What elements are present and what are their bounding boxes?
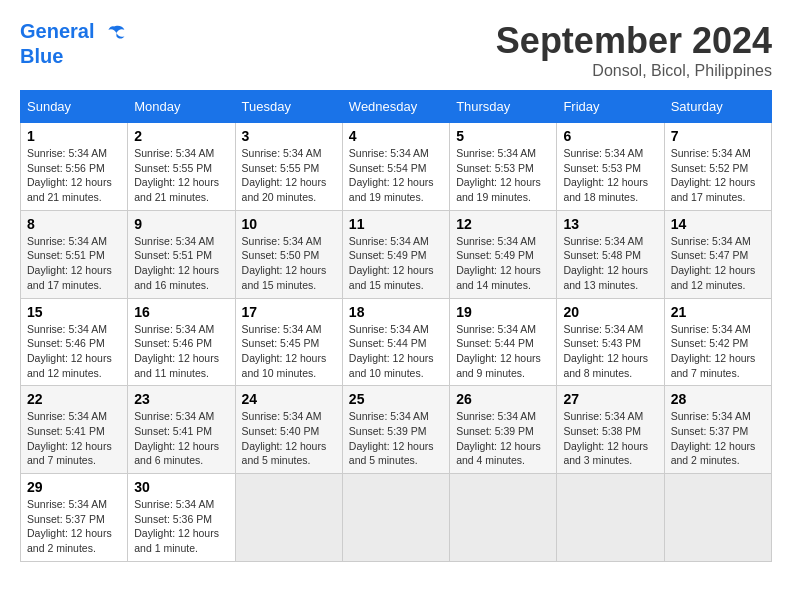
logo-bird-icon — [102, 21, 126, 45]
column-header-saturday: Saturday — [664, 91, 771, 123]
day-number: 23 — [134, 391, 228, 407]
day-info: Sunrise: 5:34 AM Sunset: 5:51 PM Dayligh… — [134, 234, 228, 293]
day-info: Sunrise: 5:34 AM Sunset: 5:55 PM Dayligh… — [134, 146, 228, 205]
calendar-day: 14 Sunrise: 5:34 AM Sunset: 5:47 PM Dayl… — [664, 210, 771, 298]
day-number: 30 — [134, 479, 228, 495]
calendar-week-1: 1 Sunrise: 5:34 AM Sunset: 5:56 PM Dayli… — [21, 123, 772, 211]
day-info: Sunrise: 5:34 AM Sunset: 5:42 PM Dayligh… — [671, 322, 765, 381]
day-number: 4 — [349, 128, 443, 144]
calendar-week-3: 15 Sunrise: 5:34 AM Sunset: 5:46 PM Dayl… — [21, 298, 772, 386]
day-info: Sunrise: 5:34 AM Sunset: 5:36 PM Dayligh… — [134, 497, 228, 556]
day-number: 7 — [671, 128, 765, 144]
page-header: General Blue September 2024 Donsol, Bico… — [20, 20, 772, 80]
calendar-day: 1 Sunrise: 5:34 AM Sunset: 5:56 PM Dayli… — [21, 123, 128, 211]
day-info: Sunrise: 5:34 AM Sunset: 5:44 PM Dayligh… — [456, 322, 550, 381]
day-number: 17 — [242, 304, 336, 320]
day-number: 19 — [456, 304, 550, 320]
logo: General Blue — [20, 20, 126, 67]
day-info: Sunrise: 5:34 AM Sunset: 5:54 PM Dayligh… — [349, 146, 443, 205]
day-number: 27 — [563, 391, 657, 407]
calendar-day: 30 Sunrise: 5:34 AM Sunset: 5:36 PM Dayl… — [128, 474, 235, 562]
day-number: 10 — [242, 216, 336, 232]
location-subtitle: Donsol, Bicol, Philippines — [496, 62, 772, 80]
calendar-day: 7 Sunrise: 5:34 AM Sunset: 5:52 PM Dayli… — [664, 123, 771, 211]
day-info: Sunrise: 5:34 AM Sunset: 5:51 PM Dayligh… — [27, 234, 121, 293]
column-header-tuesday: Tuesday — [235, 91, 342, 123]
calendar-day: 15 Sunrise: 5:34 AM Sunset: 5:46 PM Dayl… — [21, 298, 128, 386]
day-info: Sunrise: 5:34 AM Sunset: 5:41 PM Dayligh… — [27, 409, 121, 468]
day-info: Sunrise: 5:34 AM Sunset: 5:44 PM Dayligh… — [349, 322, 443, 381]
day-number: 29 — [27, 479, 121, 495]
calendar-day — [342, 474, 449, 562]
logo-blue: Blue — [20, 45, 126, 67]
day-number: 5 — [456, 128, 550, 144]
logo-general: General — [20, 20, 94, 42]
day-number: 12 — [456, 216, 550, 232]
day-info: Sunrise: 5:34 AM Sunset: 5:40 PM Dayligh… — [242, 409, 336, 468]
day-info: Sunrise: 5:34 AM Sunset: 5:48 PM Dayligh… — [563, 234, 657, 293]
calendar-day: 9 Sunrise: 5:34 AM Sunset: 5:51 PM Dayli… — [128, 210, 235, 298]
day-number: 14 — [671, 216, 765, 232]
day-number: 20 — [563, 304, 657, 320]
day-info: Sunrise: 5:34 AM Sunset: 5:39 PM Dayligh… — [349, 409, 443, 468]
day-number: 3 — [242, 128, 336, 144]
day-info: Sunrise: 5:34 AM Sunset: 5:39 PM Dayligh… — [456, 409, 550, 468]
calendar-day: 2 Sunrise: 5:34 AM Sunset: 5:55 PM Dayli… — [128, 123, 235, 211]
day-number: 22 — [27, 391, 121, 407]
day-info: Sunrise: 5:34 AM Sunset: 5:49 PM Dayligh… — [456, 234, 550, 293]
calendar-day: 8 Sunrise: 5:34 AM Sunset: 5:51 PM Dayli… — [21, 210, 128, 298]
calendar-day: 21 Sunrise: 5:34 AM Sunset: 5:42 PM Dayl… — [664, 298, 771, 386]
calendar-header-row: SundayMondayTuesdayWednesdayThursdayFrid… — [21, 91, 772, 123]
day-number: 2 — [134, 128, 228, 144]
calendar-day — [557, 474, 664, 562]
day-number: 16 — [134, 304, 228, 320]
column-header-thursday: Thursday — [450, 91, 557, 123]
day-info: Sunrise: 5:34 AM Sunset: 5:38 PM Dayligh… — [563, 409, 657, 468]
day-number: 24 — [242, 391, 336, 407]
calendar-week-4: 22 Sunrise: 5:34 AM Sunset: 5:41 PM Dayl… — [21, 386, 772, 474]
day-info: Sunrise: 5:34 AM Sunset: 5:53 PM Dayligh… — [563, 146, 657, 205]
day-number: 26 — [456, 391, 550, 407]
calendar-day: 17 Sunrise: 5:34 AM Sunset: 5:45 PM Dayl… — [235, 298, 342, 386]
calendar-day: 4 Sunrise: 5:34 AM Sunset: 5:54 PM Dayli… — [342, 123, 449, 211]
column-header-monday: Monday — [128, 91, 235, 123]
calendar-day — [450, 474, 557, 562]
day-info: Sunrise: 5:34 AM Sunset: 5:45 PM Dayligh… — [242, 322, 336, 381]
title-area: September 2024 Donsol, Bicol, Philippine… — [496, 20, 772, 80]
day-number: 15 — [27, 304, 121, 320]
calendar-day: 26 Sunrise: 5:34 AM Sunset: 5:39 PM Dayl… — [450, 386, 557, 474]
calendar-day: 5 Sunrise: 5:34 AM Sunset: 5:53 PM Dayli… — [450, 123, 557, 211]
calendar-day — [235, 474, 342, 562]
day-info: Sunrise: 5:34 AM Sunset: 5:52 PM Dayligh… — [671, 146, 765, 205]
calendar-day: 28 Sunrise: 5:34 AM Sunset: 5:37 PM Dayl… — [664, 386, 771, 474]
calendar-table: SundayMondayTuesdayWednesdayThursdayFrid… — [20, 90, 772, 562]
day-number: 1 — [27, 128, 121, 144]
calendar-day: 27 Sunrise: 5:34 AM Sunset: 5:38 PM Dayl… — [557, 386, 664, 474]
day-info: Sunrise: 5:34 AM Sunset: 5:41 PM Dayligh… — [134, 409, 228, 468]
day-info: Sunrise: 5:34 AM Sunset: 5:47 PM Dayligh… — [671, 234, 765, 293]
day-number: 9 — [134, 216, 228, 232]
column-header-sunday: Sunday — [21, 91, 128, 123]
day-number: 8 — [27, 216, 121, 232]
calendar-day: 20 Sunrise: 5:34 AM Sunset: 5:43 PM Dayl… — [557, 298, 664, 386]
calendar-day: 10 Sunrise: 5:34 AM Sunset: 5:50 PM Dayl… — [235, 210, 342, 298]
day-info: Sunrise: 5:34 AM Sunset: 5:46 PM Dayligh… — [134, 322, 228, 381]
day-number: 21 — [671, 304, 765, 320]
calendar-day — [664, 474, 771, 562]
calendar-day: 16 Sunrise: 5:34 AM Sunset: 5:46 PM Dayl… — [128, 298, 235, 386]
day-info: Sunrise: 5:34 AM Sunset: 5:37 PM Dayligh… — [27, 497, 121, 556]
day-number: 11 — [349, 216, 443, 232]
calendar-day: 11 Sunrise: 5:34 AM Sunset: 5:49 PM Dayl… — [342, 210, 449, 298]
day-info: Sunrise: 5:34 AM Sunset: 5:43 PM Dayligh… — [563, 322, 657, 381]
calendar-day: 22 Sunrise: 5:34 AM Sunset: 5:41 PM Dayl… — [21, 386, 128, 474]
calendar-day: 24 Sunrise: 5:34 AM Sunset: 5:40 PM Dayl… — [235, 386, 342, 474]
month-title: September 2024 — [496, 20, 772, 62]
day-number: 25 — [349, 391, 443, 407]
calendar-day: 29 Sunrise: 5:34 AM Sunset: 5:37 PM Dayl… — [21, 474, 128, 562]
calendar-day: 18 Sunrise: 5:34 AM Sunset: 5:44 PM Dayl… — [342, 298, 449, 386]
day-info: Sunrise: 5:34 AM Sunset: 5:55 PM Dayligh… — [242, 146, 336, 205]
day-number: 18 — [349, 304, 443, 320]
calendar-day: 6 Sunrise: 5:34 AM Sunset: 5:53 PM Dayli… — [557, 123, 664, 211]
calendar-week-2: 8 Sunrise: 5:34 AM Sunset: 5:51 PM Dayli… — [21, 210, 772, 298]
day-number: 28 — [671, 391, 765, 407]
